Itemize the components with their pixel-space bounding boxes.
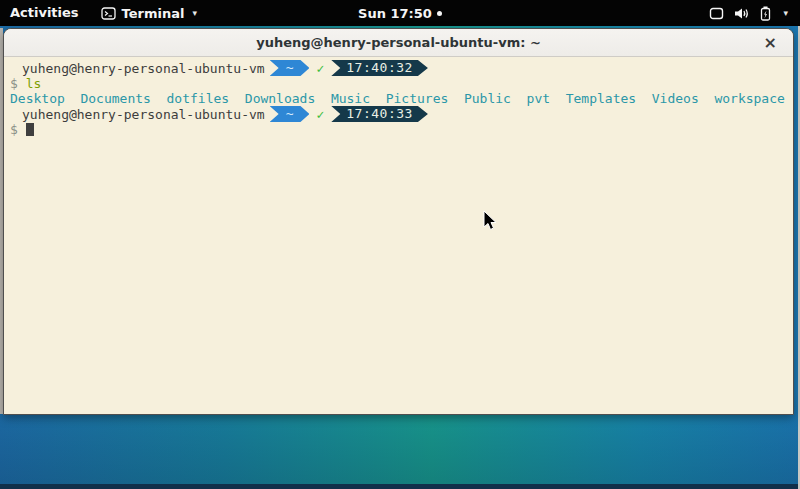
terminal-app-icon	[101, 7, 116, 20]
prompt-status-check-icon: ✓	[316, 61, 324, 76]
terminal-window: yuheng@henry-personal-ubuntu-vm: ~ × yuh…	[3, 28, 794, 415]
prompt-user-host: yuheng@henry-personal-ubuntu-vm	[22, 107, 265, 122]
prompt-cwd-segment: ~	[270, 106, 310, 122]
display-icon	[709, 7, 724, 20]
chevron-down-icon: ▾	[192, 8, 197, 18]
prompt-cwd-segment: ~	[270, 60, 310, 76]
typed-command: ls	[26, 76, 42, 91]
ls-output: Desktop Documents dotfiles Downloads Mus…	[10, 91, 787, 106]
battery-charging-icon	[760, 6, 771, 21]
app-menu-label: Terminal	[122, 6, 185, 21]
terminal-block-cursor	[26, 123, 34, 136]
volume-icon	[734, 7, 750, 20]
prompt-line: yuheng@henry-personal-ubuntu-vm ~ ✓ 17:4…	[10, 106, 787, 122]
empty-prompt-line: $	[10, 122, 787, 137]
command-line: $ ls	[10, 76, 787, 91]
prompt-time-segment: 17:40:32	[331, 60, 428, 76]
activities-button[interactable]: Activities	[0, 0, 89, 26]
notification-dot-icon	[437, 11, 442, 16]
terminal-screen[interactable]: yuheng@henry-personal-ubuntu-vm ~ ✓ 17:4…	[4, 57, 793, 414]
window-titlebar[interactable]: yuheng@henry-personal-ubuntu-vm: ~ ×	[4, 29, 793, 57]
prompt-char: $	[10, 76, 18, 91]
prompt-status-check-icon: ✓	[316, 107, 324, 122]
desktop-bottom-strip	[0, 484, 800, 489]
prompt-time-segment: 17:40:33	[331, 106, 428, 122]
close-icon[interactable]: ×	[764, 29, 777, 56]
clock[interactable]: Sun 17:50	[358, 6, 432, 21]
prompt-char: $	[10, 122, 18, 137]
system-status-menu[interactable]: ▾	[703, 0, 794, 26]
prompt-line: yuheng@henry-personal-ubuntu-vm ~ ✓ 17:4…	[10, 60, 787, 76]
app-menu-terminal[interactable]: Terminal ▾	[93, 6, 205, 21]
top-bar: Activities Terminal ▾ Sun 17:50	[0, 0, 800, 26]
window-title: yuheng@henry-personal-ubuntu-vm: ~	[256, 35, 541, 50]
prompt-user-host: yuheng@henry-personal-ubuntu-vm	[22, 61, 265, 76]
chevron-down-icon: ▾	[783, 8, 788, 18]
